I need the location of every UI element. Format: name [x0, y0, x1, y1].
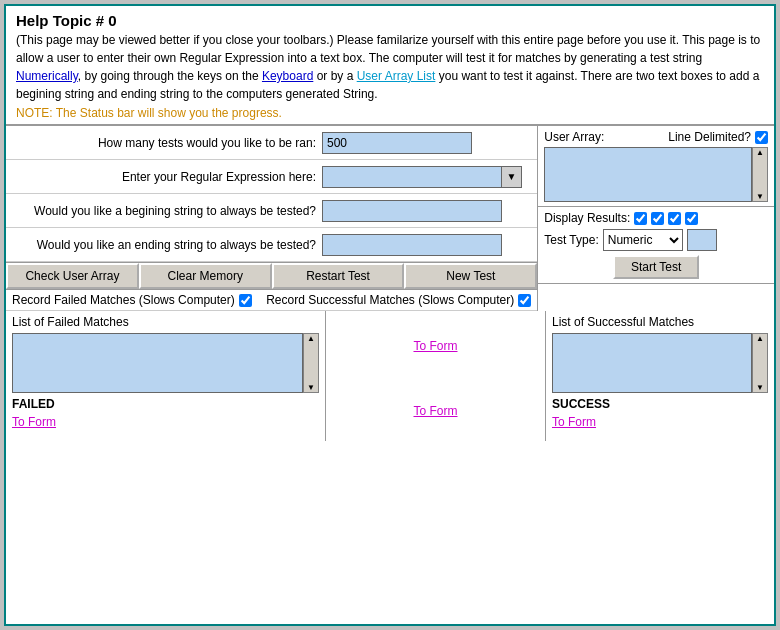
test-type-value[interactable]: 0: [687, 229, 717, 251]
success-to-form-link[interactable]: To Form: [552, 415, 768, 429]
failed-panel: List of Failed Matches ▲ ▼ FAILED To For…: [6, 311, 326, 441]
tests-input[interactable]: 500: [322, 132, 472, 154]
regex-input[interactable]: [322, 166, 502, 188]
note-text: NOTE: The Status bar will show you the p…: [16, 106, 764, 120]
success-panel: List of Successful Matches ▲ ▼ SUCCESS T…: [546, 311, 774, 441]
record-failed-label: Record Failed Matches (Slows Computer): [12, 293, 235, 307]
failed-to-form-link[interactable]: To Form: [12, 415, 319, 429]
line-delimited-checkbox[interactable]: [755, 131, 768, 144]
display-result-cb4[interactable]: [685, 212, 698, 225]
numerically-link[interactable]: Numerically: [16, 69, 78, 83]
record-row: Record Failed Matches (Slows Computer) R…: [6, 290, 537, 311]
display-result-cb2[interactable]: [651, 212, 664, 225]
warning-text: Please familarize yourself with this ent…: [337, 33, 679, 47]
user-array-textarea[interactable]: [544, 147, 752, 202]
clear-memory-button[interactable]: Clear Memory: [139, 263, 272, 289]
tests-row: How many tests would you like to be ran:…: [6, 126, 537, 160]
success-panel-title: List of Successful Matches: [552, 315, 768, 329]
subtitle-text: (This page may be viewed better if you c…: [16, 33, 333, 47]
failed-scroll-up-icon[interactable]: ▲: [307, 334, 315, 343]
success-scroll-up-icon[interactable]: ▲: [756, 334, 764, 343]
scroll-up-icon[interactable]: ▲: [756, 148, 764, 157]
check-user-array-button[interactable]: Check User Array: [6, 263, 139, 289]
center-to-form-link1[interactable]: To Form: [413, 339, 457, 353]
keyboard-link[interactable]: Keyboard: [262, 69, 313, 83]
regex-label: Enter your Regular Expression here:: [12, 170, 322, 184]
record-failed-checkbox[interactable]: [239, 294, 252, 307]
test-type-select[interactable]: Numeric Keyboard User Array: [603, 229, 683, 251]
user-array-label: User Array:: [544, 130, 604, 144]
success-status: SUCCESS: [552, 397, 768, 411]
begin-row: Would you like a begining string to alwa…: [6, 194, 537, 228]
desc3-text: or by a: [317, 69, 354, 83]
regex-dropdown-btn[interactable]: ▼: [502, 166, 522, 188]
end-row: Would you like an ending string to alway…: [6, 228, 537, 262]
display-result-cb3[interactable]: [668, 212, 681, 225]
failed-scroll-down-icon[interactable]: ▼: [307, 383, 315, 392]
success-list-textarea[interactable]: [552, 333, 752, 393]
failed-status: FAILED: [12, 397, 319, 411]
display-results-label: Display Results:: [544, 211, 630, 225]
failed-panel-title: List of Failed Matches: [12, 315, 319, 329]
failed-list-textarea[interactable]: [12, 333, 303, 393]
restart-test-button[interactable]: Restart Test: [272, 263, 405, 289]
bottom-panels: List of Failed Matches ▲ ▼ FAILED To For…: [6, 311, 774, 441]
user-array-link[interactable]: User Array List: [357, 69, 436, 83]
center-to-form-link2[interactable]: To Form: [413, 404, 457, 418]
record-success-label: Record Successful Matches (Slows Compute…: [266, 293, 514, 307]
buttons-row: Check User Array Clear Memory Restart Te…: [6, 262, 537, 290]
regex-row: Enter your Regular Expression here: ▼: [6, 160, 537, 194]
success-list-box: ▲ ▼: [552, 333, 768, 393]
scroll-down-icon[interactable]: ▼: [756, 192, 764, 201]
begin-input[interactable]: [322, 200, 502, 222]
new-test-button[interactable]: New Test: [404, 263, 537, 289]
start-test-button[interactable]: Start Test: [613, 255, 699, 279]
begin-label: Would you like a begining string to alwa…: [12, 204, 322, 218]
end-input[interactable]: [322, 234, 502, 256]
desc2-text: , by going through the keys on the: [78, 69, 259, 83]
end-label: Would you like an ending string to alway…: [12, 238, 322, 252]
tests-label: How many tests would you like to be ran:: [12, 136, 322, 150]
help-title: Help Topic # 0: [16, 12, 764, 29]
success-scroll-down-icon[interactable]: ▼: [756, 383, 764, 392]
test-type-label: Test Type:: [544, 233, 598, 247]
failed-scrollbar[interactable]: ▲ ▼: [303, 333, 319, 393]
record-success-checkbox[interactable]: [518, 294, 531, 307]
line-delimited-label: Line Delimited?: [668, 130, 751, 144]
center-panel: To Form To Form: [326, 311, 546, 441]
failed-list-box: ▲ ▼: [12, 333, 319, 393]
user-array-scrollbar[interactable]: ▲ ▼: [752, 147, 768, 202]
success-scrollbar[interactable]: ▲ ▼: [752, 333, 768, 393]
display-result-cb1[interactable]: [634, 212, 647, 225]
